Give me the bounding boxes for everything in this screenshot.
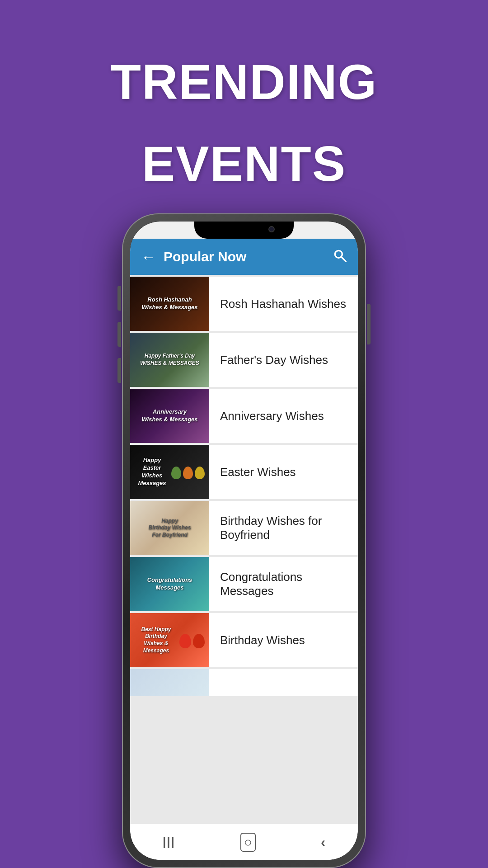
item-label: Anniversary Wishes bbox=[209, 389, 358, 443]
bottom-navigation: ||| ○ ‹ bbox=[130, 824, 358, 860]
list-container: Rosh HashanahWishes & Messages Rosh Hash… bbox=[130, 275, 358, 824]
thumbnail-rosh-hashanah: Rosh HashanahWishes & Messages bbox=[130, 277, 209, 331]
nav-back-icon[interactable]: ‹ bbox=[321, 835, 325, 850]
item-label bbox=[209, 669, 358, 696]
back-button[interactable]: ← bbox=[141, 248, 156, 266]
thumb-label: AnniversaryWishes & Messages bbox=[130, 389, 209, 443]
nav-recents-icon[interactable]: ||| bbox=[163, 835, 175, 849]
item-label: Birthday Wishes bbox=[209, 613, 358, 667]
thumb-label: Rosh HashanahWishes & Messages bbox=[130, 277, 209, 331]
page-title-block: TRENDING EVENTS bbox=[111, 27, 377, 191]
phone-inner: ← Popular Now Rosh HashanahWishes bbox=[130, 222, 358, 860]
item-label: Easter Wishes bbox=[209, 445, 358, 499]
title-line1: TRENDING bbox=[111, 54, 377, 109]
title-line2: EVENTS bbox=[111, 136, 377, 191]
thumbnail-easter: Happy EasterWishes Messages bbox=[130, 445, 209, 499]
thumbnail-congratulations: CongratulationsMessages bbox=[130, 557, 209, 611]
vol-down-button bbox=[117, 358, 121, 383]
item-label: Birthday Wishes for Boyfriend bbox=[209, 501, 358, 555]
thumbnail-birthday: Best Happy BirthdayWishes & Messages bbox=[130, 613, 209, 667]
list-item[interactable]: CongratulationsMessages Congratulations … bbox=[130, 557, 358, 611]
list-item[interactable]: Happy Father's DayWISHES & MESSAGES Fath… bbox=[130, 333, 358, 387]
thumb-label: Best Happy BirthdayWishes & Messages bbox=[130, 613, 209, 667]
vol-up-button bbox=[117, 322, 121, 347]
svg-line-1 bbox=[342, 257, 346, 261]
phone-notch bbox=[194, 222, 294, 239]
thumb-label: CongratulationsMessages bbox=[130, 557, 209, 611]
list-item[interactable]: Best Happy BirthdayWishes & Messages Bir… bbox=[130, 613, 358, 667]
list-item[interactable]: Rosh HashanahWishes & Messages Rosh Hash… bbox=[130, 277, 358, 331]
thumbnail-birthday-boyfriend: HappyBirthday WishesFor Boyfriend bbox=[130, 501, 209, 555]
phone-screen: ← Popular Now Rosh HashanahWishes bbox=[130, 222, 358, 860]
thumbnail-more bbox=[130, 669, 209, 696]
item-label: Father's Day Wishes bbox=[209, 333, 358, 387]
list-item[interactable] bbox=[130, 669, 358, 696]
thumbnail-anniversary: AnniversaryWishes & Messages bbox=[130, 389, 209, 443]
camera bbox=[268, 226, 275, 232]
phone-outer: ← Popular Now Rosh HashanahWishes bbox=[122, 213, 366, 868]
nav-home-icon[interactable]: ○ bbox=[240, 833, 256, 852]
list-item[interactable]: HappyBirthday WishesFor Boyfriend Birthd… bbox=[130, 501, 358, 555]
item-label: Rosh Hashanah Wishes bbox=[209, 277, 358, 331]
app-bar-title: Popular Now bbox=[164, 249, 333, 264]
list-item[interactable]: AnniversaryWishes & Messages Anniversary… bbox=[130, 389, 358, 443]
phone-mockup: ← Popular Now Rosh HashanahWishes bbox=[122, 213, 366, 868]
thumb-label: Happy Father's DayWISHES & MESSAGES bbox=[130, 333, 209, 387]
search-icon[interactable] bbox=[333, 248, 347, 266]
thumbnail-fathers-day: Happy Father's DayWISHES & MESSAGES bbox=[130, 333, 209, 387]
thumb-label: Happy EasterWishes Messages bbox=[130, 445, 209, 499]
item-label: Congratulations Messages bbox=[209, 557, 358, 611]
thumb-label: HappyBirthday WishesFor Boyfriend bbox=[130, 501, 209, 555]
list-item[interactable]: Happy EasterWishes Messages Easter Wishe… bbox=[130, 445, 358, 499]
app-bar: ← Popular Now bbox=[130, 239, 358, 275]
